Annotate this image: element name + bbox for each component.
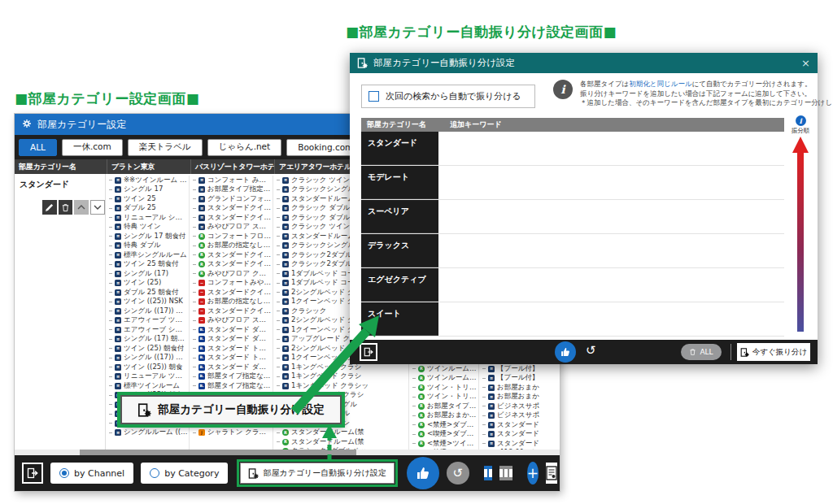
room-type-item[interactable]: ≡シングル (17) — [107, 269, 189, 279]
auto-assign-next-search-checkbox[interactable]: 次回の検索から自動で振り分ける — [361, 85, 535, 108]
room-type-item[interactable]: ~みやびフロア スタンダ — [191, 316, 273, 326]
tab-ALL[interactable]: ALL — [19, 139, 57, 156]
scrollbar-thumb[interactable] — [80, 450, 356, 455]
room-type-item[interactable]: B.スタンダード トリプル — [191, 344, 273, 354]
room-type-item[interactable]: ≡ツイン 25 朝食付 — [107, 260, 189, 270]
by-channel-option[interactable]: by Channel — [50, 463, 133, 484]
room-type-item[interactable]: ≡スタンダード — [481, 439, 558, 449]
undo-button[interactable]: ↺ — [447, 462, 469, 484]
room-type-item[interactable]: ≡特典 ツイン — [107, 223, 189, 232]
keyword-input-cell[interactable] — [438, 268, 784, 302]
room-type-item[interactable]: Rツインルーム (禁煙) — [411, 364, 478, 374]
room-type-item[interactable]: ≡1キングベッド クラシッ — [275, 381, 408, 391]
room-type-item[interactable]: ≡【プール付】 — [481, 374, 558, 384]
room-type-item[interactable]: ≡ビジネスサポ — [481, 411, 558, 421]
horizontal-scrollbar[interactable] — [15, 450, 560, 455]
order-info-icon[interactable]: i — [796, 115, 806, 126]
room-type-item[interactable]: Rお部屋タイプおまかせ!! — [411, 402, 478, 411]
room-type-item[interactable]: B.部屋タイプ指定なし 禁 — [191, 372, 273, 382]
room-type-item[interactable]: ~スタンダードクイーンダ — [191, 306, 273, 316]
room-type-item[interactable]: ≡ツイン (25) 朝食付 — [107, 344, 189, 354]
room-type-item[interactable]: ≡みやびフロア スタンダ — [191, 223, 273, 232]
room-type-item[interactable]: ~お部屋の指定なし【初期 — [191, 298, 273, 307]
room-type-item[interactable]: R<禁煙>ツイン・トリプ — [411, 439, 478, 449]
room-type-item[interactable]: ≡ダブル 25 — [107, 204, 189, 214]
room-type-item[interactable]: ≡お部屋おまか — [481, 393, 558, 402]
room-type-item[interactable]: ≡※※ツインルーム 25.4 — [107, 176, 189, 185]
room-type-item[interactable]: Rスタンダードクイーンダ — [191, 250, 273, 260]
room-type-item[interactable]: Rツイン・トリプルルーム — [411, 383, 478, 393]
room-type-item[interactable]: ≡ツイン ((25)) 朝食 — [107, 363, 189, 372]
room-type-item[interactable]: ≡スタンダード — [481, 430, 558, 440]
room-type-item[interactable]: B.部屋タイプ指定なし 喫 — [191, 381, 273, 391]
assign-now-button[interactable]: 今すぐ振り分け — [737, 343, 810, 361]
room-type-item[interactable]: Rスタンダードルーム(禁 — [275, 437, 408, 447]
room-type-item[interactable]: ≡エアウィーブ ツイン — [107, 316, 189, 326]
room-type-item[interactable]: ≡シングル 17 朝食付 — [107, 232, 189, 241]
view-toggle-compact[interactable] — [484, 466, 492, 480]
room-type-item[interactable]: Rみやびフロア クイーン — [191, 269, 273, 279]
room-type-item[interactable]: ≡標準ツインルーム — [107, 381, 189, 391]
room-type-item[interactable]: Rスタンダードクイーンダ — [191, 260, 273, 270]
room-type-item[interactable]: ≡リニューアル ツイン25 — [107, 372, 189, 382]
room-type-item[interactable]: ≡シングル 17 — [107, 185, 189, 195]
room-type-item[interactable]: ≡お部屋おまか — [481, 383, 558, 393]
report-button[interactable] — [546, 463, 557, 484]
room-type-item[interactable]: ≡スタンダードクイーンダ — [191, 213, 273, 223]
exit-button[interactable] — [22, 463, 43, 484]
close-icon[interactable]: × — [801, 57, 810, 69]
room-type-item[interactable]: B.スタンダード ダブルル — [191, 335, 273, 345]
keyword-input-cell[interactable] — [438, 166, 784, 199]
dialog-undo-button[interactable]: ↺ — [586, 343, 596, 358]
room-type-item[interactable]: ≡ビジネスサポ — [481, 402, 558, 411]
room-type-item[interactable]: ≡シングル (17) 朝食付 — [107, 335, 189, 345]
room-type-item[interactable]: ≡ダブル 25 朝食付 — [107, 288, 189, 298]
delete-category-button[interactable] — [59, 200, 73, 215]
room-type-item[interactable]: R<喫煙>ダブルルーム18 — [411, 430, 478, 440]
room-type-item[interactable]: ≡シングル ((17)) 禁煙 — [107, 306, 189, 316]
room-type-item[interactable]: ≡標準シングルルーム — [107, 250, 189, 260]
room-type-item[interactable]: ≡コンフォート みやび ス — [191, 176, 273, 185]
room-type-item[interactable]: ≡シングルルーム ((17) — [107, 428, 189, 438]
auto-assign-overlay-button[interactable]: 部屋カテゴリー自動振り分け設定 — [120, 395, 342, 424]
by-category-option[interactable]: by Category — [141, 463, 228, 484]
room-type-item[interactable]: ≡スタンダード — [481, 420, 558, 430]
room-type-item[interactable]: ≡グランドコンフォート — [191, 194, 273, 204]
dialog-exit-button[interactable] — [360, 343, 377, 361]
room-type-item[interactable]: R<禁煙>ダブルルーム18 — [411, 420, 478, 430]
room-type-item[interactable]: ≡スタンダードクイーンダ — [191, 204, 273, 214]
keyword-input-cell[interactable] — [438, 302, 784, 336]
room-type-item[interactable]: ~スタンダードクイーンダ — [191, 288, 273, 298]
room-type-item[interactable]: ≡【プール付】 — [481, 364, 558, 374]
tab-楽天トラベル[interactable]: 楽天トラベル — [128, 139, 203, 156]
view-toggle-expanded[interactable] — [499, 466, 512, 480]
room-type-item[interactable]: ≡エアウィーブ シングル — [107, 325, 189, 335]
room-type-item[interactable]: ≡ツイン (25) — [107, 279, 189, 289]
room-type-item[interactable]: Rコンフォートフロア み — [191, 232, 273, 241]
room-type-item[interactable]: ≡1キングベッド クラシ — [275, 372, 408, 382]
keyword-input-cell[interactable] — [438, 132, 784, 165]
room-type-item[interactable]: Rお部屋の指定なし【初期 — [191, 241, 273, 251]
room-type-item[interactable]: Rツインルーム <アトリ — [411, 374, 478, 384]
confirm-button[interactable] — [407, 457, 439, 489]
clear-all-button[interactable]: ALL — [681, 344, 722, 360]
room-type-item[interactable]: Jシャラトン クラブフロ — [191, 428, 273, 438]
room-type-item[interactable]: B.スタンダード トリプル — [191, 354, 273, 363]
room-type-item[interactable]: ≡特典 ダブル — [107, 241, 189, 251]
room-type-item[interactable]: ≡ツイン ((25)) NSK — [107, 298, 189, 307]
checkbox-icon[interactable] — [369, 91, 379, 102]
keyword-input-cell[interactable] — [438, 200, 784, 233]
add-category-button[interactable]: + — [527, 462, 539, 484]
room-type-item[interactable]: Rツイン・トリプルルーム — [411, 393, 478, 402]
keyword-input-cell[interactable] — [438, 234, 784, 267]
tab-一休.com[interactable]: 一休.com — [62, 139, 123, 156]
room-type-item[interactable]: B.スタンダード ダブルル — [191, 325, 273, 335]
tab-じゃらん.net[interactable]: じゃらん.net — [207, 139, 282, 156]
dialog-confirm-button[interactable] — [555, 341, 576, 363]
room-type-item[interactable]: ≡シングル ((17)) 朝食 — [107, 354, 189, 363]
auto-assign-settings-button[interactable]: 部屋カテゴリー自動振り分け設定 — [240, 463, 394, 484]
room-type-item[interactable]: ≡リニューアル シングル — [107, 213, 189, 223]
move-category-down-button[interactable] — [90, 200, 105, 215]
room-type-item[interactable]: ≡ツイン 25 — [107, 194, 189, 204]
room-type-item[interactable]: Rお部屋おまかせ! 部屋タ — [411, 411, 478, 421]
